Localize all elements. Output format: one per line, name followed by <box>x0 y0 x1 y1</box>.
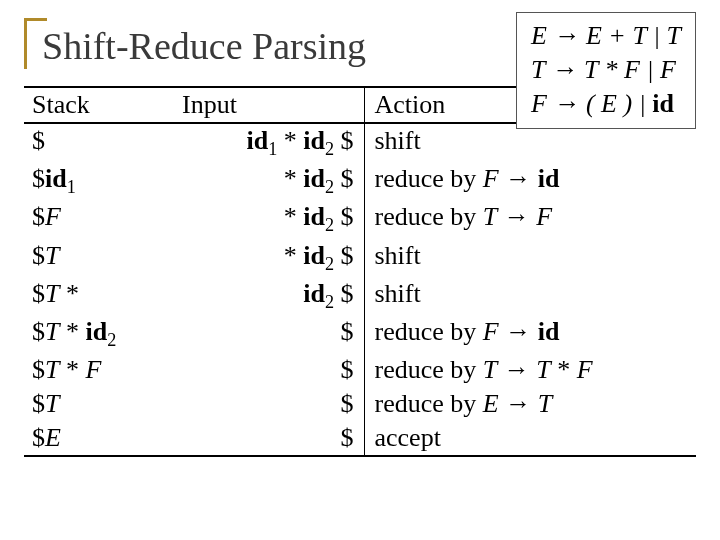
cell-stack: $T <box>24 239 174 277</box>
cell-stack: $T * F <box>24 353 174 387</box>
cell-action: reduce by T → F <box>364 200 696 238</box>
cell-stack: $T * id2 <box>24 315 174 353</box>
cell-action: shift <box>364 239 696 277</box>
header-stack: Stack <box>24 87 174 123</box>
cell-action: reduce by F → id <box>364 315 696 353</box>
cell-action: shift <box>364 277 696 315</box>
cell-action: reduce by E → T <box>364 387 696 421</box>
cell-input: $ <box>174 387 364 421</box>
cell-input: * id2 $ <box>174 200 364 238</box>
page-title: Shift-Reduce Parsing <box>24 18 366 68</box>
table-row: $T * F$reduce by T → T * F <box>24 353 696 387</box>
cell-input: id1 * id2 $ <box>174 123 364 162</box>
cell-input: * id2 $ <box>174 162 364 200</box>
cell-stack: $ <box>24 123 174 162</box>
grammar-line-3: F → ( E ) | id <box>531 87 681 121</box>
cell-stack: $T * <box>24 277 174 315</box>
title-wrap: Shift-Reduce Parsing <box>24 18 366 68</box>
header-input: Input <box>174 87 364 123</box>
table-row: $E$accept <box>24 421 696 456</box>
cell-stack: $F <box>24 200 174 238</box>
cell-action: accept <box>364 421 696 456</box>
grammar-box: E → E + T | T T → T * F | F F → ( E ) | … <box>516 12 696 129</box>
slide: Shift-Reduce Parsing E → E + T | T T → T… <box>0 0 720 540</box>
cell-input: * id2 $ <box>174 239 364 277</box>
table-row: $F* id2 $reduce by T → F <box>24 200 696 238</box>
table-row: $T* id2 $shift <box>24 239 696 277</box>
cell-input: $ <box>174 353 364 387</box>
cell-stack: $T <box>24 387 174 421</box>
table-row: $id1* id2 $reduce by F → id <box>24 162 696 200</box>
cell-stack: $E <box>24 421 174 456</box>
grammar-line-2: T → T * F | F <box>531 53 681 87</box>
cell-action: reduce by F → id <box>364 162 696 200</box>
cell-stack: $id1 <box>24 162 174 200</box>
parse-table: Stack Input Action $id1 * id2 $shift$id1… <box>24 86 696 457</box>
cell-action: reduce by T → T * F <box>364 353 696 387</box>
cell-input: $ <box>174 315 364 353</box>
grammar-line-1: E → E + T | T <box>531 19 681 53</box>
table-body: $id1 * id2 $shift$id1* id2 $reduce by F … <box>24 123 696 456</box>
cell-input: id2 $ <box>174 277 364 315</box>
table-row: $T *id2 $shift <box>24 277 696 315</box>
title-accent-icon <box>24 18 47 69</box>
table-row: $T * id2$reduce by F → id <box>24 315 696 353</box>
cell-input: $ <box>174 421 364 456</box>
table-row: $T$reduce by E → T <box>24 387 696 421</box>
